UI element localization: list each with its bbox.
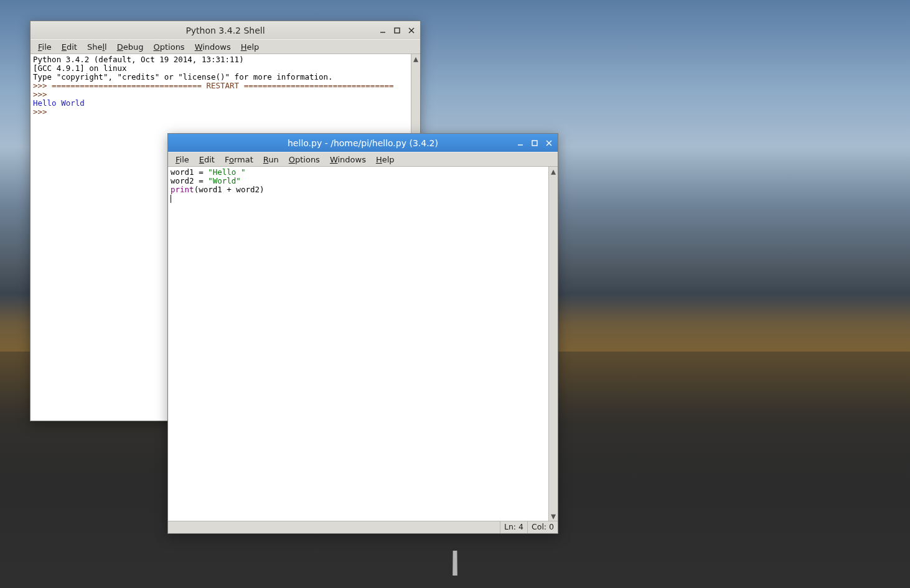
menu-file[interactable]: File [33, 41, 57, 53]
shell-prompt: >>> [33, 81, 52, 90]
editor-title: hello.py - /home/pi/hello.py (3.4.2) [288, 138, 438, 148]
shell-line: Type "copyright", "credits" or "license(… [33, 72, 333, 82]
shell-menubar: File Edit Shell Debug Options Windows He… [30, 39, 420, 54]
code-builtin: print [171, 185, 194, 194]
shell-line: Python 3.4.2 (default, Oct 19 2014, 13:3… [33, 55, 244, 64]
shell-titlebar[interactable]: Python 3.4.2 Shell [30, 21, 420, 39]
code-text: word2 = [171, 176, 208, 185]
code-text: word1 = [171, 167, 208, 177]
text-cursor [171, 195, 171, 203]
scroll-down-icon[interactable]: ▾ [549, 511, 558, 521]
menu-options[interactable]: Options [284, 154, 325, 166]
maximize-button[interactable] [390, 24, 403, 37]
editor-menubar: File Edit Format Run Options Windows Hel… [168, 152, 558, 167]
editor-titlebar[interactable]: hello.py - /home/pi/hello.py (3.4.2) [168, 134, 558, 152]
svg-rect-1 [395, 28, 400, 33]
menu-format[interactable]: Format [220, 154, 258, 166]
menu-options[interactable]: Options [148, 41, 189, 53]
maximize-button[interactable] [528, 136, 541, 149]
menu-help[interactable]: Help [236, 41, 265, 53]
menu-help[interactable]: Help [371, 154, 400, 166]
shell-prompt: >>> [33, 90, 52, 99]
shell-output: Hello World [33, 98, 85, 108]
code-string: "Hello " [208, 167, 245, 177]
close-button[interactable] [542, 136, 555, 149]
menu-shell[interactable]: Shell [82, 41, 112, 53]
close-button[interactable] [405, 24, 418, 37]
svg-rect-5 [532, 141, 537, 146]
menu-run[interactable]: Run [258, 154, 284, 166]
code-string: "World" [208, 176, 241, 185]
editor-text-area[interactable]: word1 = "Hello " word2 = "World" print(w… [168, 167, 548, 521]
shell-line: [GCC 4.9.1] on linux [33, 63, 127, 73]
shell-prompt: >>> [33, 107, 52, 116]
editor-window[interactable]: hello.py - /home/pi/hello.py (3.4.2) Fil… [167, 133, 558, 534]
shell-restart: ================================ RESTART… [52, 81, 393, 90]
menu-windows[interactable]: Windows [190, 41, 236, 53]
minimize-button[interactable] [514, 136, 527, 149]
scroll-up-icon[interactable]: ▴ [411, 54, 420, 63]
menu-file[interactable]: File [171, 154, 194, 166]
editor-statusbar: Ln: 4 Col: 0 [168, 521, 558, 533]
status-col: Col: 0 [527, 521, 558, 533]
scroll-track[interactable] [549, 176, 558, 511]
minimize-button[interactable] [376, 24, 389, 37]
menu-edit[interactable]: Edit [57, 41, 82, 53]
menu-debug[interactable]: Debug [112, 41, 149, 53]
status-line: Ln: 4 [500, 521, 527, 533]
editor-scrollbar[interactable]: ▴ ▾ [548, 167, 558, 521]
shell-title: Python 3.4.2 Shell [185, 26, 265, 35]
code-text: (word1 + word2) [194, 185, 265, 194]
menu-edit[interactable]: Edit [194, 154, 220, 166]
scroll-up-icon[interactable]: ▴ [549, 167, 558, 176]
menu-windows[interactable]: Windows [325, 154, 371, 166]
